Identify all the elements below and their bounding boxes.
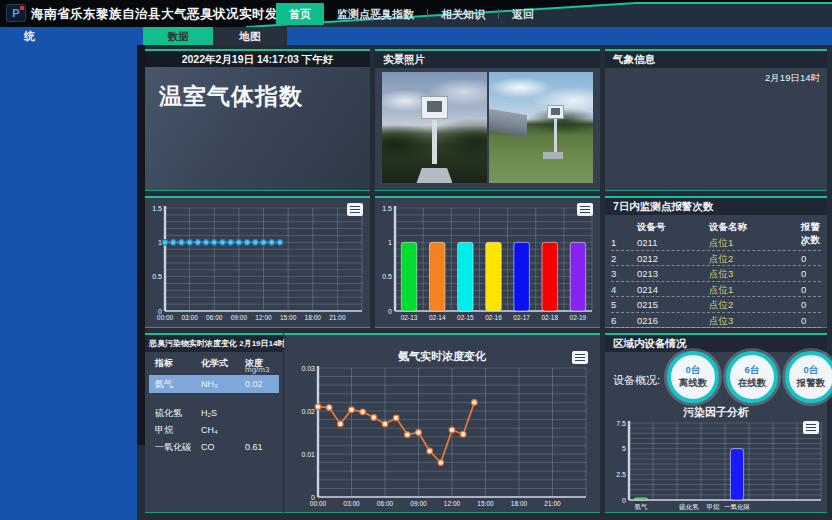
- device-pedestal-image: [416, 168, 452, 183]
- greenhouse-index-line-chart: 00.511.500:0003:0006:0009:0012:0015:0018…: [147, 200, 368, 326]
- online-count-circle: 6台 在线数: [726, 351, 778, 403]
- alarm-label: 报警数: [797, 377, 826, 390]
- svg-text:03:00: 03:00: [181, 314, 198, 321]
- offline-count: 0台: [686, 364, 701, 377]
- pollutant-panel-title: 恶臭污染物实时浓度变化 2月19日14时: [145, 335, 283, 352]
- device-pedestal-image: [543, 152, 563, 159]
- alarm-table-row: 30213点位30: [611, 266, 821, 282]
- weather-panel: 气象信息 2月19日14时: [605, 49, 827, 191]
- content-edge-strip: [137, 45, 145, 445]
- daily-index-bar-chart: 00.511.502-1302-1402-1502-1602-1702-1802…: [377, 200, 598, 326]
- svg-text:06:00: 06:00: [377, 500, 394, 507]
- svg-text:0.5: 0.5: [152, 273, 162, 280]
- nh3-chart-title: 氨气实时浓度变化: [284, 349, 600, 364]
- pollution-factor-bar-chart: 02.557.5氨气硫化氢甲烷一氧化碳: [609, 419, 825, 511]
- offline-count-circle: 0台 离线数: [667, 351, 719, 403]
- svg-text:硫化氢: 硫化氢: [678, 503, 699, 511]
- alarm-table-row: 60216点位30: [611, 313, 821, 329]
- offline-label: 离线数: [679, 377, 708, 390]
- nav-odor-index[interactable]: 监测点恶臭指数: [324, 3, 427, 25]
- nav-back[interactable]: 返回: [499, 3, 547, 25]
- svg-text:0.01: 0.01: [301, 451, 315, 458]
- svg-text:0.5: 0.5: [382, 273, 392, 280]
- weather-panel-title: 气象信息: [605, 51, 827, 68]
- devices-panel-title: 区域内设备情况: [605, 335, 827, 352]
- clock-panel-body: 2022年2月19日 14:17:03 下午好 温室气体指数: [145, 51, 370, 190]
- nav-knowledge[interactable]: 相关知识: [428, 3, 498, 25]
- nav-home[interactable]: 首页: [276, 3, 324, 25]
- devices-panel: 区域内设备情况 设备概况: 0台 离线数 6台 在线数 0台 报警数 污染因子分…: [605, 333, 827, 513]
- site-photo-left: [382, 72, 487, 183]
- alarm-table-body: 10211点位1020212点位2030213点位3040214点位105021…: [611, 235, 821, 328]
- device-pole-image: [554, 119, 557, 155]
- dashboard: P 海南省乐东黎族自治县大气恶臭状况实时发布系 首页 监测点恶臭指数 相关知识 …: [0, 0, 832, 520]
- svg-text:18:00: 18:00: [305, 314, 322, 321]
- tab-data[interactable]: 数据: [143, 27, 213, 45]
- main-nav: 首页 监测点恶臭指数 相关知识 返回: [276, 3, 547, 25]
- chart-menu-icon[interactable]: [803, 421, 819, 434]
- device-pole-image: [432, 120, 437, 164]
- col-indicator: 指标: [155, 357, 173, 370]
- online-count: 6台: [745, 364, 760, 377]
- pollutant-row[interactable]: 硫化氢H₂S: [149, 405, 279, 422]
- clock-panel: 2022年2月19日 14:17:03 下午好 温室气体指数: [145, 49, 370, 191]
- svg-text:0.03: 0.03: [301, 365, 315, 372]
- pollutant-row[interactable]: 一氧化碳CO0.61: [149, 439, 279, 456]
- svg-text:15:00: 15:00: [280, 314, 297, 321]
- app-title: 海南省乐东黎族自治县大气恶臭状况实时发布系: [31, 6, 304, 23]
- roadside-wall-image: [489, 109, 527, 137]
- pollutant-row[interactable]: 氨气NH₃0.02: [149, 375, 279, 393]
- svg-text:02-16: 02-16: [485, 314, 502, 321]
- svg-text:03:00: 03:00: [343, 500, 360, 507]
- device-overview-label: 设备概况:: [613, 373, 660, 388]
- svg-text:00:00: 00:00: [310, 500, 327, 507]
- pollutant-table-body: 氨气NH₃0.02硫化氢H₂S甲烷CH₄一氧化碳CO0.61: [149, 375, 279, 456]
- svg-text:09:00: 09:00: [231, 314, 248, 321]
- svg-text:12:00: 12:00: [444, 500, 461, 507]
- svg-text:02-13: 02-13: [401, 314, 418, 321]
- svg-text:09:00: 09:00: [410, 500, 427, 507]
- chart-menu-icon[interactable]: [347, 203, 363, 216]
- greenhouse-index-chart-panel: 00.511.500:0003:0006:0009:0012:0015:0018…: [145, 196, 370, 328]
- pollution-analysis-title: 污染因子分析: [605, 405, 827, 420]
- view-tabs: 数据 地图: [143, 27, 287, 45]
- svg-text:02-19: 02-19: [570, 314, 587, 321]
- chart-menu-icon[interactable]: [577, 203, 593, 216]
- tab-map[interactable]: 地图: [213, 27, 287, 45]
- svg-text:1.5: 1.5: [152, 205, 162, 212]
- daily-index-chart-panel: 00.511.502-1302-1402-1502-1602-1702-1802…: [375, 196, 600, 328]
- svg-text:02-18: 02-18: [541, 314, 558, 321]
- svg-text:1: 1: [388, 239, 392, 246]
- svg-text:氨气: 氨气: [635, 503, 649, 510]
- app-title-wrap: 统: [24, 29, 35, 44]
- alarm-count-circle: 0台 报警数: [785, 351, 832, 403]
- svg-text:0: 0: [388, 308, 392, 315]
- concentration-unit: mg/m3: [245, 365, 269, 374]
- chart-menu-icon[interactable]: [572, 351, 588, 364]
- alarm-panel-title: 7日内监测点报警次数: [605, 198, 827, 215]
- photos-panel: 实景照片: [375, 49, 600, 191]
- svg-text:15:00: 15:00: [477, 500, 494, 507]
- weather-timestamp: 2月19日14时: [765, 72, 820, 85]
- svg-text:12:00: 12:00: [255, 314, 272, 321]
- pollutant-table-panel: 恶臭污染物实时浓度变化 2月19日14时 指标 化学式 浓度 mg/m3 氨气N…: [145, 333, 283, 513]
- svg-text:5: 5: [622, 445, 626, 452]
- alarm-table-row: 10211点位10: [611, 235, 821, 251]
- svg-text:一氧化碳: 一氧化碳: [724, 503, 751, 511]
- alarm-count: 0台: [804, 364, 819, 377]
- pollutant-row[interactable]: 甲烷CH₄: [149, 422, 279, 439]
- svg-text:甲烷: 甲烷: [707, 503, 721, 510]
- svg-text:02-17: 02-17: [513, 314, 530, 321]
- svg-text:06:00: 06:00: [206, 314, 223, 321]
- svg-text:0.02: 0.02: [301, 408, 315, 415]
- app-logo-icon: P: [6, 4, 26, 22]
- site-photos: [382, 72, 593, 183]
- monitoring-device-image: [547, 105, 564, 119]
- svg-text:00:00: 00:00: [157, 314, 174, 321]
- header-bar: P 海南省乐东黎族自治县大气恶臭状况实时发布系 首页 监测点恶臭指数 相关知识 …: [0, 0, 832, 27]
- photos-panel-title: 实景照片: [375, 51, 600, 68]
- svg-text:1.5: 1.5: [382, 205, 392, 212]
- alarm-table-row: 40214点位10: [611, 282, 821, 298]
- nh3-trend-line-chart: 00.010.020.0300:0003:0006:0009:0012:0015…: [288, 363, 596, 511]
- nh3-trend-panel: 氨气实时浓度变化 00.010.020.0300:0003:0006:0009:…: [284, 333, 600, 513]
